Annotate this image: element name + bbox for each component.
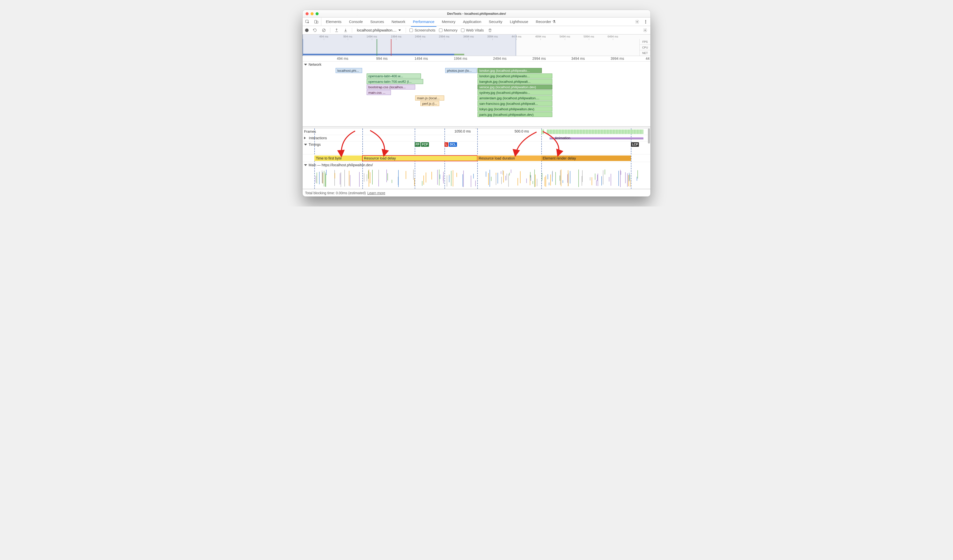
network-track-header[interactable]: Network [303, 62, 650, 68]
flame-slice[interactable] [535, 175, 535, 187]
tab-console[interactable]: Console [349, 18, 363, 25]
flame-slice[interactable] [369, 170, 369, 187]
flame-slice[interactable] [326, 174, 326, 187]
tab-recorder[interactable]: Recorder ⚗ [535, 18, 556, 25]
flame-slice[interactable] [545, 177, 545, 186]
flame-slice[interactable] [422, 181, 422, 186]
network-request[interactable]: opensans-latin-700.woff2 (l... [366, 79, 424, 84]
flame-slice[interactable] [546, 175, 546, 187]
flame-slice[interactable] [340, 173, 340, 184]
flame-slice[interactable] [618, 171, 619, 186]
flame-slice[interactable] [537, 179, 537, 187]
flame-slice[interactable] [511, 170, 511, 173]
flame-slice[interactable] [582, 170, 583, 182]
flame-slice[interactable] [370, 172, 370, 183]
flame-slice[interactable] [473, 174, 474, 178]
network-request[interactable]: bangkok.jpg (localhost.philipwalt... [478, 79, 553, 84]
timings-row[interactable]: Timings FPFCP LDCL LCP [303, 141, 650, 155]
frames-row[interactable]: Frames 1050.0 ms 500.0 ms [303, 128, 650, 135]
flame-slice[interactable] [590, 177, 590, 181]
flame-slice[interactable] [398, 177, 399, 185]
flame-slice[interactable] [501, 171, 501, 174]
flame-slice[interactable] [317, 173, 317, 184]
tab-lighthouse[interactable]: Lighthouse [509, 18, 529, 25]
flame-slice[interactable] [426, 173, 426, 183]
kebab-menu-icon[interactable] [643, 19, 649, 25]
scrollbar[interactable] [647, 128, 650, 189]
learn-more-link[interactable]: Learn more [367, 191, 385, 195]
flame-slice[interactable] [503, 171, 504, 183]
flame-slice[interactable] [324, 171, 324, 187]
flame-slice[interactable] [550, 175, 551, 186]
flame-slice[interactable] [530, 172, 531, 178]
network-request[interactable]: paris.jpg (localhost.philipwalton.dev) [478, 112, 553, 117]
flame-slice[interactable] [341, 172, 341, 187]
pane-splitter[interactable]: … [303, 127, 650, 128]
flame-slice[interactable] [319, 172, 320, 184]
flame-slice[interactable] [491, 177, 492, 181]
flame-slice[interactable] [406, 171, 406, 179]
flame-slice[interactable] [601, 176, 602, 185]
download-icon[interactable] [343, 28, 348, 33]
webvitals-checkbox[interactable]: Web Vitals [461, 28, 484, 32]
flame-slice[interactable] [439, 170, 439, 186]
flame-slice[interactable] [553, 171, 553, 177]
settings-gear-icon[interactable] [635, 19, 640, 25]
tab-performance[interactable]: Performance [413, 18, 435, 25]
flame-slice[interactable] [548, 174, 548, 179]
flame-slice[interactable] [611, 174, 611, 186]
flame-slice[interactable] [335, 173, 335, 178]
network-request[interactable]: tokyo.jpg (localhost.philipwalton.dev) [478, 107, 553, 111]
flame-slice[interactable] [498, 173, 498, 184]
flame-slice[interactable] [637, 177, 637, 181]
network-request[interactable]: photos.json (lo... [445, 68, 477, 73]
flame-slice[interactable] [501, 177, 502, 184]
flame-slice[interactable] [359, 172, 360, 187]
reload-icon[interactable] [312, 28, 318, 33]
flame-slice[interactable] [424, 175, 424, 185]
flame-slice[interactable] [345, 170, 345, 187]
network-request[interactable]: london.jpg (localhost.philipwalto... [478, 68, 542, 73]
flame-slice[interactable] [413, 170, 414, 179]
flame-slice[interactable] [488, 173, 489, 185]
flame-slice[interactable] [443, 172, 444, 184]
tab-memory[interactable]: Memory [441, 18, 456, 25]
flame-slice[interactable] [555, 172, 556, 185]
network-request[interactable]: main.css ... [366, 90, 391, 95]
capture-settings-gear-icon[interactable] [643, 28, 648, 33]
segment-element-render-delay[interactable]: Element render delay [541, 156, 631, 161]
flame-slice[interactable] [323, 173, 323, 184]
upload-icon[interactable] [334, 28, 339, 33]
flame-slice[interactable] [595, 173, 595, 180]
flame-slice[interactable] [451, 171, 452, 186]
flame-slice[interactable] [456, 173, 457, 177]
flame-slice[interactable] [486, 172, 486, 177]
flame-slice[interactable] [372, 170, 373, 184]
flame-slice[interactable] [630, 180, 630, 187]
flame-slice[interactable] [322, 170, 322, 183]
scrollbar-thumb[interactable] [648, 128, 650, 144]
segment-resource-load-duration[interactable]: Resource load duration [477, 156, 541, 161]
flame-slice[interactable] [605, 170, 605, 175]
network-request[interactable]: london.jpg (localhost.philipwalto... [478, 74, 553, 79]
lcp-breakdown-row[interactable]: Time to first byte Resource load delay R… [303, 155, 650, 162]
flame-slice[interactable] [449, 175, 450, 182]
flame-slice[interactable] [386, 170, 387, 182]
main-ruler[interactable]: 494 ms994 ms1494 ms1994 ms2494 ms2994 ms… [303, 56, 650, 62]
screenshots-checkbox[interactable]: Screenshots [410, 28, 435, 32]
flame-slice[interactable] [518, 178, 518, 186]
flame-slice[interactable] [596, 180, 597, 186]
network-request[interactable]: bootstrap.css (localhos... [366, 85, 416, 90]
close-icon[interactable] [306, 12, 309, 15]
record-button-icon[interactable] [305, 28, 309, 32]
flame-slice[interactable] [549, 183, 549, 185]
profile-select[interactable]: localhost.philipwalton.... [355, 27, 402, 33]
flame-slice[interactable] [437, 170, 438, 185]
trash-icon[interactable] [487, 28, 493, 33]
flame-slice[interactable] [609, 177, 609, 181]
flame-slice[interactable] [563, 180, 563, 183]
device-toolbar-icon[interactable] [314, 19, 319, 25]
main-thread-row[interactable]: Main — https://localhost.philipwalton.de… [303, 162, 650, 189]
flame-slice[interactable] [506, 173, 507, 180]
flame-slice[interactable] [560, 175, 560, 181]
